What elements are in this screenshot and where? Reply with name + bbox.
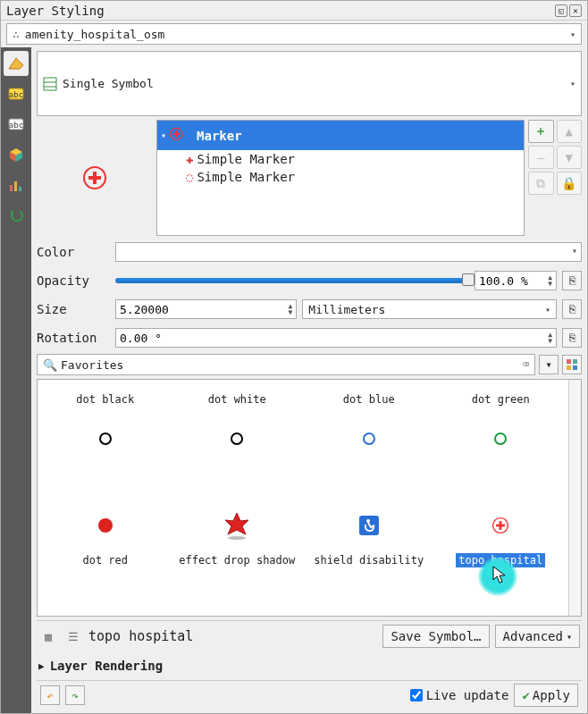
gallery-label: dot red [80, 553, 130, 567]
gallery-item-dot-white[interactable]: dot white [173, 389, 302, 496]
gallery-scrollbar[interactable] [568, 380, 581, 616]
opacity-dd-button[interactable]: ⎘ [562, 271, 582, 290]
opacity-spin[interactable]: ▲▼ [475, 271, 557, 290]
opacity-value[interactable] [479, 274, 544, 288]
size-dd-button[interactable]: ⎘ [562, 299, 582, 319]
size-unit-combo[interactable]: Millimeters ▾ [302, 299, 557, 319]
tab-history[interactable] [4, 203, 29, 228]
filter-button[interactable]: ▾ [539, 355, 559, 374]
chevron-down-icon: ▾ [572, 246, 577, 256]
layer-styling-panel: Layer Styling ◱ ✕ ∴ amenity_hospital_osm… [0, 0, 588, 714]
live-update-checkbox[interactable]: Live update [410, 688, 509, 702]
apply-button[interactable]: ✔ Apply [514, 684, 578, 707]
tab-3dview[interactable] [4, 142, 29, 167]
gallery-item-dot-blue[interactable]: dot blue [305, 389, 433, 496]
gallery-footer: ▦ ☰ topo hospital Save Symbol… Advanced▾ [37, 620, 582, 651]
svg-rect-8 [14, 181, 17, 191]
save-symbol-button[interactable]: Save Symbol… [382, 625, 489, 648]
search-text: Favorites [61, 358, 123, 372]
selected-symbol-name: topo hospital [88, 628, 193, 644]
duplicate-layer-button[interactable]: ⧉ [528, 172, 554, 195]
gallery-search-row: 🔍 Favorites ⌫ ▾ [37, 354, 582, 375]
live-update-label: Live update [426, 688, 509, 702]
rotation-row: Rotation ▲▼ ⎘ [37, 325, 582, 350]
view-list-button[interactable]: ☰ [63, 626, 83, 646]
chevron-down-icon: ▾ [570, 29, 575, 39]
rotation-value[interactable] [120, 332, 544, 345]
remove-layer-button[interactable]: — [528, 146, 554, 169]
live-update-input[interactable] [410, 689, 423, 701]
layer-rendering-section[interactable]: ▶ Layer Rendering [37, 655, 582, 676]
add-layer-button[interactable]: ＋ [528, 120, 554, 143]
hospital-icon [83, 166, 106, 189]
lock-layer-button[interactable]: 🔒 [557, 172, 583, 195]
single-symbol-icon [43, 77, 57, 91]
dot-blue-icon [363, 433, 375, 445]
gallery-label: dot green [469, 392, 533, 407]
check-icon: ✔ [522, 688, 529, 702]
gallery-label: shield disability [311, 553, 426, 567]
footer: ↶ ↷ Live update ✔ Apply [37, 680, 582, 710]
advanced-button[interactable]: Advanced▾ [495, 625, 580, 648]
layer-action-buttons: ＋ ▲ — ▼ ⧉ 🔒 [528, 120, 582, 236]
expand-icon[interactable]: ▾ [161, 130, 166, 140]
move-down-button[interactable]: ▼ [557, 146, 583, 169]
tree-label: Simple Marker [197, 170, 295, 184]
circle-outline-icon: ◌ [186, 170, 193, 184]
svg-point-19 [228, 536, 246, 540]
close-button[interactable]: ✕ [569, 4, 582, 17]
layer-name: amenity_hospital_osm [25, 28, 165, 41]
view-icons-button[interactable]: ▦ [38, 626, 58, 646]
symbol-preview [37, 120, 153, 236]
chevron-down-icon: ▾ [570, 79, 575, 88]
tab-symbology[interactable] [4, 51, 29, 76]
gallery-label: dot white [206, 392, 269, 407]
gallery-label: effect drop shadow [176, 553, 298, 567]
gallery-item-drop-shadow[interactable]: effect drop shadow [173, 500, 302, 607]
rotation-spin[interactable]: ▲▼ [115, 328, 557, 348]
size-value[interactable] [120, 303, 285, 316]
layer-combo[interactable]: ∴ amenity_hospital_osm ▾ [6, 23, 582, 45]
accessibility-icon [359, 516, 379, 535]
rotation-dd-button[interactable]: ⎘ [562, 328, 582, 348]
tab-diagrams[interactable] [4, 172, 29, 197]
tab-masks[interactable]: abc [4, 112, 29, 137]
plus-icon: ✚ [186, 152, 193, 166]
gallery-item-dot-green[interactable]: dot green [437, 389, 566, 496]
opacity-row: Opacity ▲▼ ⎘ [37, 268, 582, 293]
gallery-label: topo hospital [456, 553, 545, 567]
opacity-slider[interactable] [115, 271, 469, 290]
tree-row-simple-marker-1[interactable]: ✚ Simple Marker [157, 150, 524, 168]
opacity-label: Opacity [37, 273, 110, 288]
starburst-icon [221, 509, 253, 542]
clear-search-icon[interactable]: ⌫ [523, 358, 529, 371]
move-up-button[interactable]: ▲ [557, 120, 583, 143]
gallery-item-topo-hospital[interactable]: topo hospital [437, 500, 566, 607]
symbol-type-combo[interactable]: Single Symbol ▾ [37, 51, 582, 116]
style-manager-button[interactable] [562, 355, 582, 374]
redo-button[interactable]: ↷ [65, 685, 85, 705]
gallery-item-dot-black[interactable]: dot black [41, 389, 170, 496]
symbol-layer-tree[interactable]: ▾ Marker ✚ Simple Marker [156, 120, 525, 236]
size-spin[interactable]: ▲▼ [115, 299, 297, 319]
tab-labels[interactable]: abc [4, 81, 29, 106]
svg-point-21 [366, 519, 370, 523]
gallery-search[interactable]: 🔍 Favorites ⌫ [37, 354, 535, 375]
disclosure-icon: ▶ [38, 660, 45, 672]
dot-white-icon [231, 433, 243, 445]
gallery-label: dot blue [340, 392, 398, 407]
layer-rendering-label: Layer Rendering [50, 659, 163, 673]
undock-button[interactable]: ◱ [555, 4, 567, 17]
gallery-item-shield-disability[interactable]: shield disability [305, 500, 433, 607]
gallery-label: dot black [73, 392, 137, 407]
tree-row-marker[interactable]: ▾ Marker [157, 121, 524, 150]
tree-row-simple-marker-2[interactable]: ◌ Simple Marker [157, 168, 524, 186]
size-label: Size [37, 302, 110, 316]
undo-button[interactable]: ↶ [40, 685, 60, 705]
gallery-item-dot-red[interactable]: dot red [41, 500, 170, 607]
slider-thumb[interactable] [462, 273, 475, 286]
color-picker[interactable]: ▾ [115, 242, 582, 262]
size-unit: Millimeters [308, 303, 385, 316]
svg-rect-15 [573, 359, 577, 364]
mouse-cursor-icon [492, 566, 508, 585]
